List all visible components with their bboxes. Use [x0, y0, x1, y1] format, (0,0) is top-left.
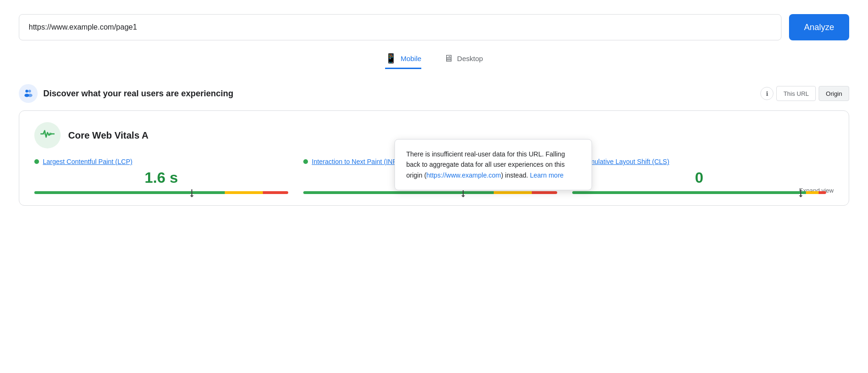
- metric-label-cls: Cumulative Layout Shift (CLS): [572, 158, 826, 165]
- desktop-icon: 🖥: [444, 54, 453, 63]
- cls-bar-green: [572, 191, 806, 194]
- cls-metric-name[interactable]: Cumulative Layout Shift (CLS): [581, 158, 669, 165]
- tab-mobile[interactable]: 📱 Mobile: [385, 54, 421, 69]
- lcp-bar-orange: [225, 191, 263, 194]
- inp-progress-bar: [303, 191, 557, 194]
- lcp-bar-bg: [34, 191, 288, 194]
- tab-desktop[interactable]: 🖥 Desktop: [444, 54, 483, 69]
- tab-desktop-label: Desktop: [457, 54, 483, 62]
- section-title-row: Discover what your real users are experi…: [19, 84, 233, 103]
- tooltip-text-part2: ) instead.: [501, 171, 530, 179]
- tab-mobile-label: Mobile: [401, 54, 421, 62]
- analyze-button[interactable]: Analyze: [789, 14, 849, 40]
- info-icon: ℹ: [766, 90, 768, 97]
- svg-point-4: [49, 132, 52, 135]
- cwv-icon-circle: [34, 122, 61, 148]
- svg-point-3: [28, 94, 32, 97]
- inp-bar-orange: [494, 191, 532, 194]
- lcp-bar-red: [263, 191, 288, 194]
- tooltip-url-link[interactable]: https://www.example.com: [426, 171, 501, 179]
- info-button[interactable]: ℹ: [760, 87, 773, 100]
- tooltip-learn-more-link[interactable]: Learn more: [530, 171, 564, 179]
- mobile-icon: 📱: [385, 54, 397, 63]
- inp-bar-bg: [303, 191, 557, 194]
- tooltip-overlay: There is insufficient real-user data for…: [395, 139, 592, 190]
- lcp-marker: [191, 189, 192, 196]
- lcp-metric-value: 1.6 s: [34, 169, 288, 186]
- cwv-pulse-icon: [40, 129, 55, 142]
- lcp-progress-bar: [34, 191, 288, 194]
- section-title: Discover what your real users are experi…: [43, 89, 233, 99]
- cls-bar-orange: [806, 191, 819, 194]
- this-url-button[interactable]: This URL: [776, 86, 816, 101]
- cls-bar-red: [819, 191, 826, 194]
- lcp-status-dot: [34, 159, 39, 164]
- url-origin-toggle: ℹ This URL Origin: [760, 86, 849, 101]
- svg-point-1: [28, 90, 31, 93]
- inp-bar-green: [303, 191, 494, 194]
- svg-point-0: [25, 90, 28, 93]
- section-icon: [19, 84, 38, 103]
- page-wrapper: Analyze 📱 Mobile 🖥 Desktop Discover what…: [0, 0, 868, 220]
- cls-metric-value: 0: [572, 169, 826, 186]
- origin-button[interactable]: Origin: [819, 86, 849, 101]
- tabs-row: 📱 Mobile 🖥 Desktop: [19, 54, 849, 69]
- cwv-title: Core Web Vitals A: [68, 130, 149, 141]
- users-icon: [23, 88, 34, 99]
- cls-marker: [800, 189, 801, 196]
- metric-col-lcp: Largest Contentful Paint (LCP) 1.6 s: [34, 158, 296, 194]
- main-card: Core Web Vitals A There is insufficient …: [19, 110, 849, 206]
- lcp-bar-green: [34, 191, 225, 194]
- url-input[interactable]: [19, 14, 781, 40]
- section-header: Discover what your real users are experi…: [19, 84, 849, 103]
- inp-metric-name[interactable]: Interaction to Next Paint (INP): [312, 158, 399, 165]
- metric-col-cls: Cumulative Layout Shift (CLS) 0: [565, 158, 834, 194]
- cls-bar-bg: [572, 191, 826, 194]
- inp-status-dot: [303, 159, 308, 164]
- url-row: Analyze: [19, 14, 849, 40]
- cls-progress-bar: [572, 191, 826, 194]
- inp-bar-red: [532, 191, 557, 194]
- metric-label-lcp: Largest Contentful Paint (LCP): [34, 158, 288, 165]
- inp-marker: [463, 189, 464, 196]
- svg-point-5: [44, 133, 46, 135]
- lcp-metric-name[interactable]: Largest Contentful Paint (LCP): [43, 158, 133, 165]
